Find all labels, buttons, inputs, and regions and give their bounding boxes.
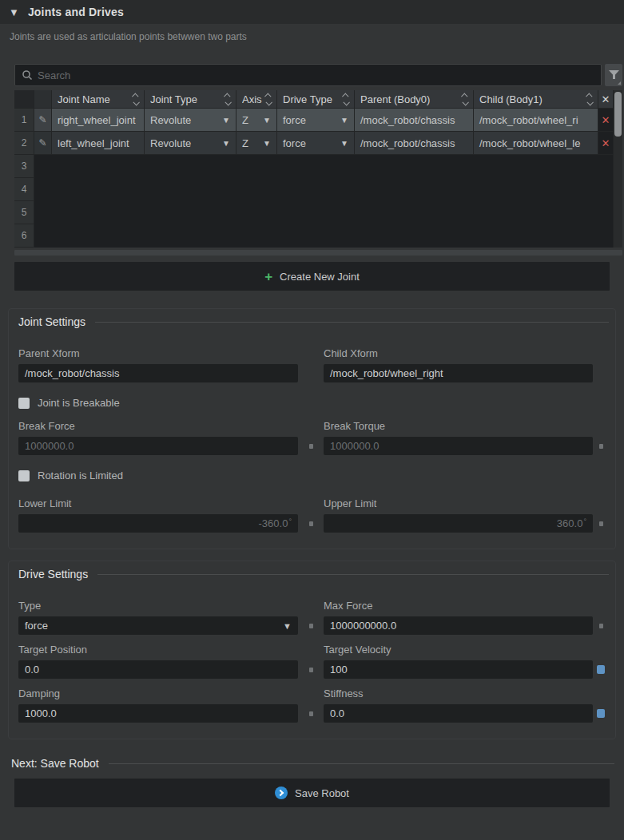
joint-type-dropdown[interactable]: Revolute ▼ bbox=[145, 132, 236, 155]
row-number: 5 bbox=[14, 201, 34, 224]
search-input[interactable] bbox=[15, 65, 601, 85]
chevron-down-icon: ▼ bbox=[280, 621, 292, 631]
empty-cell bbox=[34, 201, 614, 224]
sort-icon[interactable] bbox=[344, 93, 348, 105]
table-row[interactable]: 1 ✎ right_wheel_joint Revolute ▼ Z ▼ for… bbox=[14, 109, 622, 132]
joint-name-cell[interactable]: left_wheel_joint bbox=[52, 132, 145, 155]
sort-icon[interactable] bbox=[225, 93, 230, 105]
axis-dropdown[interactable]: Z ▼ bbox=[236, 109, 277, 132]
create-new-joint-button[interactable]: + Create New Joint bbox=[14, 262, 610, 291]
parent-body-cell[interactable]: /mock_robot/chassis bbox=[355, 132, 474, 155]
joint-settings-group: Joint Settings Parent Xform /mock_robot/… bbox=[8, 308, 616, 549]
sort-icon[interactable] bbox=[463, 93, 467, 105]
default-value-indicator[interactable] bbox=[599, 444, 603, 449]
column-header-joint-name[interactable]: Joint Name bbox=[52, 90, 145, 109]
divider bbox=[97, 574, 609, 575]
sort-icon[interactable] bbox=[133, 93, 138, 105]
max-force-field[interactable]: 1000000000.0 bbox=[324, 616, 593, 635]
target-velocity-field[interactable]: 100 bbox=[324, 660, 593, 679]
joint-breakable-checkbox[interactable] bbox=[18, 398, 30, 409]
target-position-field[interactable]: 0.0 bbox=[18, 660, 298, 679]
save-robot-button[interactable]: Save Robot bbox=[14, 779, 610, 807]
upper-limit-field[interactable]: 360.0° bbox=[324, 514, 593, 533]
child-body-cell[interactable]: /mock_robot/wheel_le bbox=[474, 132, 598, 155]
drive-settings-title: Drive Settings bbox=[18, 568, 88, 580]
break-torque-field[interactable]: 1000000.0 bbox=[324, 437, 593, 455]
degree-unit: ° bbox=[583, 517, 586, 525]
default-value-indicator[interactable] bbox=[309, 711, 313, 716]
save-section-title: Next: Save Robot bbox=[11, 757, 99, 770]
default-value-indicator[interactable] bbox=[309, 668, 313, 672]
upper-limit-label: Upper Limit bbox=[324, 497, 593, 509]
child-xform-label: Child Xform bbox=[324, 347, 593, 359]
search-icon bbox=[22, 69, 33, 81]
pencil-icon: ✎ bbox=[38, 114, 46, 125]
child-body-cell[interactable]: /mock_robot/wheel_ri bbox=[474, 109, 598, 132]
column-header-drive-type[interactable]: Drive Type bbox=[277, 90, 355, 109]
collapse-triangle-icon[interactable]: ▼ bbox=[9, 7, 19, 18]
default-value-indicator[interactable] bbox=[309, 444, 313, 449]
divider bbox=[95, 322, 609, 323]
save-arrow-icon bbox=[275, 787, 288, 799]
degree-unit: ° bbox=[288, 517, 292, 525]
default-value-indicator[interactable] bbox=[599, 521, 603, 526]
edit-row-button[interactable]: ✎ bbox=[34, 109, 52, 132]
edit-row-button[interactable]: ✎ bbox=[34, 132, 52, 155]
delete-row-button[interactable]: ✕ bbox=[598, 132, 614, 155]
table-header-row: Joint Name Joint Type Axis Drive Type Pa… bbox=[14, 90, 622, 109]
drive-type-dropdown[interactable]: force ▼ bbox=[277, 109, 355, 132]
vertical-scrollbar-thumb[interactable] bbox=[614, 92, 622, 137]
plus-icon: + bbox=[264, 270, 272, 283]
parent-body-cell[interactable]: /mock_robot/chassis bbox=[355, 109, 474, 132]
filter-button[interactable] bbox=[605, 64, 622, 86]
parent-xform-field[interactable]: /mock_robot/chassis bbox=[18, 364, 298, 382]
stiffness-field[interactable]: 0.0 bbox=[324, 704, 593, 723]
column-header-parent-body0[interactable]: Parent (Body0) bbox=[355, 90, 474, 109]
changed-value-indicator[interactable] bbox=[597, 665, 605, 674]
row-number: 4 bbox=[14, 178, 34, 201]
column-header-axis[interactable]: Axis bbox=[236, 90, 277, 109]
changed-value-indicator[interactable] bbox=[597, 709, 605, 718]
table-row-empty: 3 bbox=[14, 155, 622, 178]
axis-dropdown[interactable]: Z ▼ bbox=[236, 132, 277, 155]
damping-field[interactable]: 1000.0 bbox=[18, 704, 298, 723]
lower-limit-field[interactable]: -360.0° bbox=[18, 514, 298, 533]
clear-all-button[interactable]: ✕ bbox=[598, 90, 614, 109]
max-force-label: Max Force bbox=[324, 600, 593, 612]
page-title: Joints and Drives bbox=[28, 6, 124, 18]
default-value-indicator[interactable] bbox=[309, 521, 313, 526]
table-row-empty: 6 bbox=[14, 224, 622, 248]
table-row-empty: 5 bbox=[14, 201, 622, 224]
filter-funnel-icon bbox=[609, 70, 619, 80]
section-subtitle: Joints are used as articulation points b… bbox=[10, 31, 614, 42]
break-force-label: Break Force bbox=[18, 420, 298, 432]
drive-type-dropdown[interactable]: force ▼ bbox=[277, 132, 355, 155]
joints-table: Joint Name Joint Type Axis Drive Type Pa… bbox=[14, 90, 622, 248]
header-edit-column bbox=[34, 90, 52, 109]
table-row[interactable]: 2 ✎ left_wheel_joint Revolute ▼ Z ▼ forc… bbox=[14, 132, 622, 155]
break-force-field[interactable]: 1000000.0 bbox=[18, 437, 298, 455]
delete-row-button[interactable]: ✕ bbox=[598, 109, 614, 132]
section-header-joints-and-drives[interactable]: ▼ Joints and Drives bbox=[0, 0, 624, 24]
delete-row-icon: ✕ bbox=[602, 137, 610, 149]
joint-name-cell[interactable]: right_wheel_joint bbox=[52, 109, 145, 132]
delete-row-icon: ✕ bbox=[602, 114, 610, 126]
column-header-child-body1[interactable]: Child (Body1) bbox=[474, 90, 598, 109]
sort-icon[interactable] bbox=[266, 93, 271, 105]
sort-icon[interactable] bbox=[587, 93, 592, 105]
chevron-down-icon: ▼ bbox=[260, 116, 271, 125]
row-number: 2 bbox=[14, 132, 34, 155]
drive-type-select[interactable]: force ▼ bbox=[18, 616, 298, 635]
column-header-joint-type[interactable]: Joint Type bbox=[145, 90, 236, 109]
horizontal-scrollbar[interactable] bbox=[14, 250, 622, 256]
joint-type-dropdown[interactable]: Revolute ▼ bbox=[145, 109, 236, 132]
default-value-indicator[interactable] bbox=[599, 624, 603, 628]
scrollbar-track bbox=[614, 224, 622, 248]
divider bbox=[109, 763, 614, 764]
pencil-icon: ✎ bbox=[38, 137, 46, 149]
rotation-limited-checkbox[interactable] bbox=[18, 470, 30, 481]
chevron-down-icon: ▼ bbox=[337, 139, 348, 148]
default-value-indicator[interactable] bbox=[309, 624, 313, 628]
rotation-limited-label: Rotation is Limited bbox=[38, 470, 123, 481]
child-xform-field[interactable]: /mock_robot/wheel_right bbox=[324, 364, 593, 382]
